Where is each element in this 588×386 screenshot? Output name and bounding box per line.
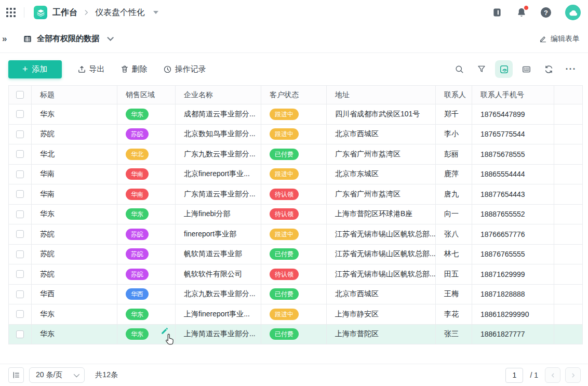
cell-contact[interactable]: 鹿萍 [436, 165, 472, 184]
row-checkbox[interactable] [16, 130, 24, 138]
cell-company[interactable]: 帆软软件有限公司 [176, 264, 261, 284]
cell-title[interactable]: 苏皖 [32, 264, 117, 284]
cell-contact[interactable]: 林七 [436, 245, 472, 264]
app-logo-icon[interactable] [34, 6, 47, 19]
cell-company[interactable]: 帆软简道云事业部 [176, 245, 261, 264]
row-checkbox[interactable] [16, 190, 24, 198]
cell-status[interactable]: 跟进中 [261, 304, 327, 324]
search-icon[interactable] [450, 60, 468, 78]
row-checkbox[interactable] [16, 250, 24, 258]
cell-title[interactable]: 华东 [32, 304, 117, 324]
cell-contact[interactable]: 李小 [436, 125, 472, 144]
table-row[interactable]: 苏皖 苏皖 finereport事业部 跟进中 江苏省无锡市锡山区帆软总部...… [9, 224, 582, 245]
cell-phone[interactable]: 18875678555 [472, 144, 554, 164]
cell-phone[interactable]: 18865554444 [472, 165, 554, 184]
cell-address[interactable]: 上海市普陀区环球港B座 [327, 205, 436, 224]
cell-title[interactable]: 华东 [32, 205, 117, 224]
cell-title[interactable]: 华北 [32, 144, 117, 164]
cell-status[interactable]: 待认领 [261, 205, 327, 224]
cell-address[interactable]: 江苏省无锡市锡山区帆软总部... [327, 224, 436, 244]
cell-title[interactable]: 苏皖 [32, 245, 117, 264]
col-header-company[interactable]: 企业名称 [176, 86, 261, 104]
cell-region[interactable]: 苏皖 [117, 224, 176, 244]
cell-address[interactable]: 江苏省无锡市锡山区帆软总部... [327, 264, 436, 284]
cell-region[interactable]: 苏皖 [117, 125, 176, 144]
page-number-input[interactable] [505, 368, 523, 383]
cell-status[interactable]: 跟进中 [261, 165, 327, 184]
more-actions-icon[interactable]: ··· [562, 60, 580, 78]
row-checkbox[interactable] [16, 310, 24, 318]
refresh-icon[interactable] [540, 60, 557, 78]
cell-region[interactable]: 华东 [117, 304, 176, 324]
cell-address[interactable]: 北京市西城区 [327, 125, 436, 144]
cell-company[interactable]: 广东简道云事业部分... [176, 184, 261, 204]
table-row[interactable]: 华西 华西 北京九数云事业部分... 已付费 北京市西城区 王梅 1887182… [9, 285, 582, 305]
table-row[interactable]: 华南 华南 北京finereport事业... 跟进中 北京市东城区 鹿萍 18… [9, 165, 582, 185]
operation-log-button[interactable]: 操作记录 [163, 64, 206, 74]
cell-phone[interactable]: 18765447899 [472, 104, 554, 124]
table-row[interactable]: 华东 华东 上海finebi分部 待认领 上海市普陀区环球港B座 向一 1888… [9, 205, 582, 225]
prev-page-button[interactable] [545, 367, 560, 383]
table-row[interactable]: 苏皖 苏皖 帆软简道云事业部 已付费 江苏省无锡市锡山区帆软总部... 林七 1… [9, 245, 582, 265]
breadcrumb-workspace[interactable]: 工作台 [52, 7, 77, 18]
cell-company[interactable]: 上海finereport事业... [176, 304, 261, 324]
cell-contact[interactable]: 唐九 [436, 184, 472, 204]
page-title-dropdown-icon[interactable] [153, 11, 158, 14]
row-checkbox[interactable] [16, 230, 24, 238]
cell-contact[interactable]: 李花 [436, 304, 472, 324]
cell-title[interactable]: 华西 [32, 285, 117, 304]
cell-address[interactable]: 上海市静安区 [327, 304, 436, 324]
col-header-status[interactable]: 客户状态 [261, 86, 327, 104]
table-row[interactable]: 苏皖 苏皖 帆软软件有限公司 待认领 江苏省无锡市锡山区帆软总部... 田五 1… [9, 264, 582, 285]
cell-company[interactable]: 北京数知鸟事业部分... [176, 125, 261, 144]
edit-form-button[interactable]: 编辑表单 [539, 34, 580, 44]
cell-region[interactable]: 苏皖 [117, 264, 176, 284]
cell-company[interactable]: 北京九数云事业部分... [176, 285, 261, 304]
cell-phone[interactable]: 188618299990 [472, 304, 554, 324]
row-checkbox[interactable] [16, 150, 24, 158]
row-checkbox[interactable] [16, 330, 24, 338]
col-header-phone[interactable]: 联系人手机号 [472, 86, 554, 104]
expand-sidebar-icon[interactable]: » [2, 34, 6, 44]
cell-title[interactable]: 华东 [32, 104, 117, 124]
table-row[interactable]: 华东 华东 成都简道云事业部分... 跟进中 四川省成都市武侯区101号 郑千 … [9, 104, 582, 125]
cell-address[interactable]: 四川省成都市武侯区101号 [327, 104, 436, 124]
cell-status[interactable]: 跟进中 [261, 224, 327, 244]
cell-contact[interactable]: 向一 [436, 205, 472, 224]
row-checkbox[interactable] [16, 270, 24, 278]
page-size-select[interactable]: 20 条/页 [29, 367, 85, 383]
cell-company[interactable]: finereport事业部 [176, 224, 261, 244]
cell-contact[interactable]: 王梅 [436, 285, 472, 304]
notifications-bell-icon[interactable] [516, 7, 527, 18]
cell-phone[interactable]: 18871828888 [472, 285, 554, 304]
cell-region[interactable]: 苏皖 [117, 245, 176, 264]
app-launcher-icon[interactable] [6, 8, 16, 17]
cell-address[interactable]: 上海市普陀区 [327, 325, 436, 344]
cell-status[interactable]: 已付费 [261, 285, 327, 304]
select-all-checkbox[interactable] [16, 91, 24, 99]
cell-status[interactable]: 已付费 [261, 245, 327, 264]
table-row[interactable]: 华东 华东 上海finereport事业... 跟进中 上海市静安区 李花 18… [9, 304, 582, 325]
row-checkbox[interactable] [16, 210, 24, 218]
cell-phone[interactable]: 18876765555 [472, 245, 554, 264]
cell-title[interactable]: 华东 [32, 325, 117, 344]
cell-region[interactable]: 华东 [117, 205, 176, 224]
add-button[interactable]: + 添加 [8, 60, 62, 78]
cell-phone[interactable]: 18766657776 [472, 224, 554, 244]
row-display-icon[interactable] [517, 60, 535, 78]
col-header-address[interactable]: 地址 [327, 86, 436, 104]
table-row[interactable]: 华南 华南 广东简道云事业部分... 待认领 广东省广州市荔湾区 唐九 1887… [9, 184, 582, 205]
cell-title[interactable]: 华南 [32, 165, 117, 184]
cell-address[interactable]: 广东省广州市荔湾区 [327, 144, 436, 164]
cell-company[interactable]: 广东九数云事业部分... [176, 144, 261, 164]
user-avatar[interactable] [565, 5, 581, 20]
cell-company[interactable]: 北京finereport事业... [176, 165, 261, 184]
cell-title[interactable]: 苏皖 [32, 125, 117, 144]
filter-icon[interactable] [473, 60, 490, 78]
help-icon[interactable]: ? [541, 7, 551, 18]
cell-phone[interactable]: 18871629999 [472, 264, 554, 284]
cell-region[interactable]: 华南 [117, 184, 176, 204]
cell-status[interactable]: 待认领 [261, 264, 327, 284]
row-checkbox[interactable] [16, 290, 24, 298]
cell-region[interactable]: 华西 [117, 285, 176, 304]
